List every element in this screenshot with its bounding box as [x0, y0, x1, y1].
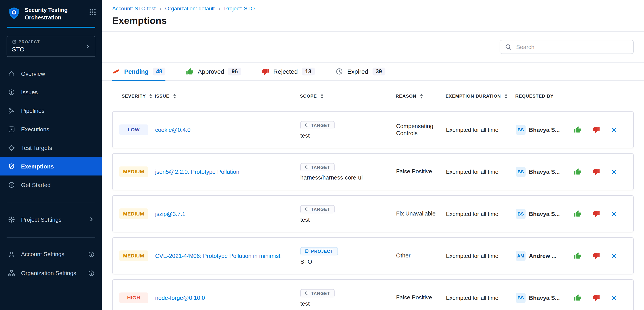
column-header-scope[interactable]: SCOPE	[300, 93, 396, 99]
sidebar-header: Security Testing Orchestration	[0, 0, 102, 25]
column-header-severity[interactable]: SEVERITY	[112, 93, 154, 99]
requester-name: Bhavya S...	[529, 295, 560, 301]
cancel-button[interactable]	[611, 169, 617, 175]
sidebar-item-label: Overview	[21, 70, 45, 77]
column-header-issue[interactable]: ISSUE	[155, 93, 300, 99]
scope-chip: TARGET	[300, 163, 334, 171]
thumbs-up-icon	[574, 126, 582, 134]
reject-button[interactable]	[592, 126, 600, 134]
requester-name: Bhavya S...	[529, 210, 560, 217]
app-title: Security Testing Orchestration	[25, 7, 74, 21]
get-started-icon	[8, 181, 16, 188]
project-icon	[12, 39, 16, 44]
tab-pending[interactable]: Pending 48	[112, 63, 166, 80]
sidebar-item-organization-settings[interactable]: Organization Settings	[0, 264, 102, 283]
search-input[interactable]	[515, 43, 628, 51]
page-title: Exemptions	[112, 15, 634, 26]
column-header-exemption-duration[interactable]: EXEMPTION DURATION	[446, 93, 515, 99]
exemption-duration: Exempted for all time	[446, 211, 516, 217]
sidebar-item-executions[interactable]: Executions	[0, 120, 102, 139]
pipelines-icon	[8, 107, 16, 114]
cancel-button[interactable]	[611, 127, 617, 133]
approve-button[interactable]	[574, 294, 582, 302]
thumbs-up-icon	[574, 210, 582, 217]
reject-button[interactable]	[592, 168, 600, 175]
info-icon[interactable]	[88, 270, 94, 276]
issue-link[interactable]: jszip@3.7.1	[155, 210, 185, 218]
sidebar-item-get-started[interactable]: Get Started	[0, 175, 102, 194]
sort-icon	[420, 93, 423, 99]
search-icon	[505, 44, 512, 50]
scope-value: test	[300, 132, 310, 139]
requester-name: Andrew ...	[529, 253, 557, 259]
sidebar-divider	[7, 237, 95, 238]
sidebar-accent-bar	[7, 27, 95, 28]
column-header-requested-by: REQUESTED BY	[515, 93, 574, 98]
sidebar-item-account-settings[interactable]: Account Settings	[0, 245, 102, 264]
sort-icon	[173, 93, 176, 99]
approve-button[interactable]	[574, 210, 582, 217]
approve-button[interactable]	[574, 168, 582, 175]
sidebar-item-label: Project Settings	[21, 216, 62, 223]
sidebar-item-test-targets[interactable]: Test Targets	[0, 139, 102, 157]
sidebar-item-project-settings[interactable]: Project Settings	[0, 210, 102, 229]
sidebar-item-pipelines[interactable]: Pipelines	[0, 101, 102, 120]
approve-button[interactable]	[574, 126, 582, 134]
scope-chip: TARGET	[300, 205, 334, 213]
info-icon[interactable]	[88, 251, 94, 257]
reason: Other	[396, 252, 446, 259]
reject-button[interactable]	[592, 252, 600, 260]
issue-link[interactable]: CVE-2021-44906: Prototype Pollution in m…	[155, 252, 280, 260]
breadcrumb-organization[interactable]: Organization: default	[165, 5, 215, 11]
close-icon	[611, 127, 617, 133]
approve-button[interactable]	[574, 252, 582, 260]
sidebar-item-overview[interactable]: Overview	[0, 64, 102, 83]
cancel-button[interactable]	[611, 253, 617, 259]
sort-icon	[149, 93, 153, 99]
avatar: BS	[516, 167, 526, 177]
table-row: MEDIUM CVE-2021-44906: Prototype Polluti…	[112, 237, 634, 275]
sort-icon	[504, 93, 508, 99]
sidebar-item-label: Get Started	[21, 181, 51, 188]
severity-badge: HIGH	[119, 293, 148, 303]
target-icon	[8, 144, 16, 152]
sidebar-item-issues[interactable]: Issues	[0, 83, 102, 101]
project-selector[interactable]: PROJECT STO	[7, 36, 95, 57]
search-box	[500, 40, 634, 54]
reject-button[interactable]	[592, 210, 600, 217]
thumbs-down-icon	[592, 126, 600, 134]
target-scope-icon	[305, 165, 309, 169]
tab-expired[interactable]: Expired 39	[335, 63, 385, 80]
module-switcher-icon[interactable]	[89, 8, 96, 17]
sidebar-item-label: Test Targets	[21, 145, 52, 151]
chevron-right-icon: ›	[218, 5, 220, 11]
table-row: MEDIUM json5@2.2.0: Prototype Pollution …	[112, 153, 634, 190]
tab-label: Pending	[124, 68, 148, 75]
issue-link[interactable]: node-forge@0.10.0	[155, 294, 205, 302]
table-row: HIGH node-forge@0.10.0 TARGET test False…	[112, 279, 634, 310]
tab-count: 96	[228, 68, 241, 75]
issue-link[interactable]: json5@2.2.0: Prototype Pollution	[155, 167, 239, 176]
issue-link[interactable]: cookie@0.4.0	[155, 125, 190, 134]
breadcrumb-account[interactable]: Account: STO test	[112, 5, 156, 11]
pending-icon	[112, 68, 120, 75]
close-icon	[611, 169, 617, 175]
column-header-reason[interactable]: REASON	[396, 93, 446, 99]
tab-rejected[interactable]: Rejected 13	[262, 63, 315, 80]
sidebar-item-label: Organization Settings	[21, 270, 76, 277]
sidebar-item-exemptions[interactable]: Exemptions	[0, 157, 102, 175]
target-scope-icon	[305, 123, 309, 127]
reject-button[interactable]	[592, 294, 600, 302]
requested-by: BS Bhavya S...	[516, 209, 574, 219]
avatar: AM	[516, 251, 526, 261]
close-icon	[611, 253, 617, 259]
account-icon	[8, 250, 16, 258]
cancel-button[interactable]	[611, 211, 617, 217]
sidebar-item-label: Account Settings	[21, 251, 64, 257]
main-content: Account: STO test › Organization: defaul…	[102, 0, 644, 310]
cancel-button[interactable]	[611, 295, 617, 301]
sto-logo-icon[interactable]	[8, 7, 21, 20]
tab-approved[interactable]: Approved 96	[186, 63, 241, 80]
breadcrumb-project[interactable]: Project: STO	[224, 5, 254, 11]
scope-value: test	[300, 300, 310, 307]
